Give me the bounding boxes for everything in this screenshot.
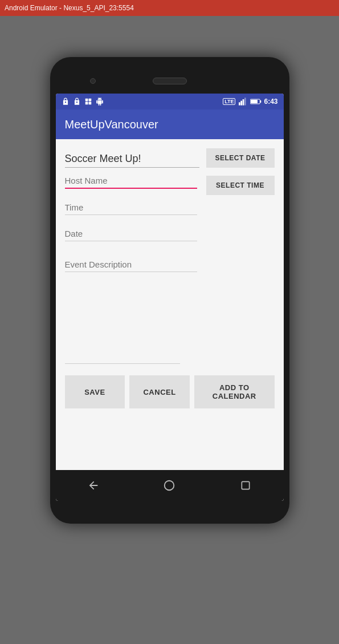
lock-icon-1 [62,98,70,106]
svg-rect-12 [242,481,249,489]
cancel-button[interactable]: CANCEL [129,375,190,408]
app-bar-title: MeetUpVancouver [65,118,158,131]
nav-recents[interactable] [235,475,256,496]
phone-speaker [153,78,187,84]
app-bar: MeetUpVancouver [56,110,284,139]
select-date-button[interactable]: SELECT DATE [206,148,275,168]
svg-rect-6 [243,99,244,106]
right-buttons: SELECT TIME [206,173,275,272]
status-bar: LTE 6:43 [56,94,284,110]
phone-device: LTE 6:43 [50,57,289,524]
svg-rect-4 [239,102,240,105]
phone-bottom-physical [56,501,284,512]
description-input[interactable] [65,257,197,272]
home-icon [163,479,175,492]
svg-rect-2 [85,102,88,105]
time-input[interactable] [65,200,197,215]
content-area: SELECT DATE SELECT TIME [56,139,284,470]
battery-icon [250,98,262,106]
svg-rect-3 [88,102,91,105]
pc-title-text: Android Emulator - Nexus_5_API_23:5554 [5,4,134,12]
status-icons [62,98,104,106]
nav-bar [56,470,284,501]
time-display: 6:43 [264,98,277,106]
bottom-divider [65,363,180,364]
pc-title-bar: Android Emulator - Nexus_5_API_23:5554 [0,0,339,16]
svg-rect-10 [251,100,258,103]
phone-top [56,68,284,94]
signal-icon [239,98,248,106]
fields-group: SELECT TIME [65,173,275,272]
status-bar-right: LTE 6:43 [223,98,277,106]
svg-rect-1 [88,99,91,102]
host-name-input[interactable] [65,173,197,189]
date-input[interactable] [65,226,197,241]
nav-home[interactable] [159,475,179,496]
phone-camera [90,78,96,84]
lock-icon-2 [73,98,81,106]
top-row: SELECT DATE [65,148,275,168]
lte-badge: LTE [223,98,235,105]
event-title-input[interactable] [65,153,199,168]
nav-back[interactable] [83,475,104,496]
action-buttons: SAVE CANCEL ADD TO CALENDAR [65,375,275,408]
add-to-calendar-button[interactable]: ADD TO CALENDAR [194,375,275,408]
select-time-button[interactable]: SELECT TIME [206,176,275,195]
left-fields [65,173,197,272]
svg-rect-5 [241,101,243,106]
svg-rect-9 [260,100,262,103]
event-title-block [65,153,199,168]
svg-rect-0 [85,99,88,102]
screen: LTE 6:43 [56,94,284,501]
back-icon [87,479,100,492]
status-icon-3 [84,98,92,106]
recents-icon [240,480,251,491]
svg-rect-7 [244,98,246,105]
svg-point-11 [165,481,174,491]
save-button[interactable]: SAVE [65,375,125,408]
android-icon [96,98,104,106]
